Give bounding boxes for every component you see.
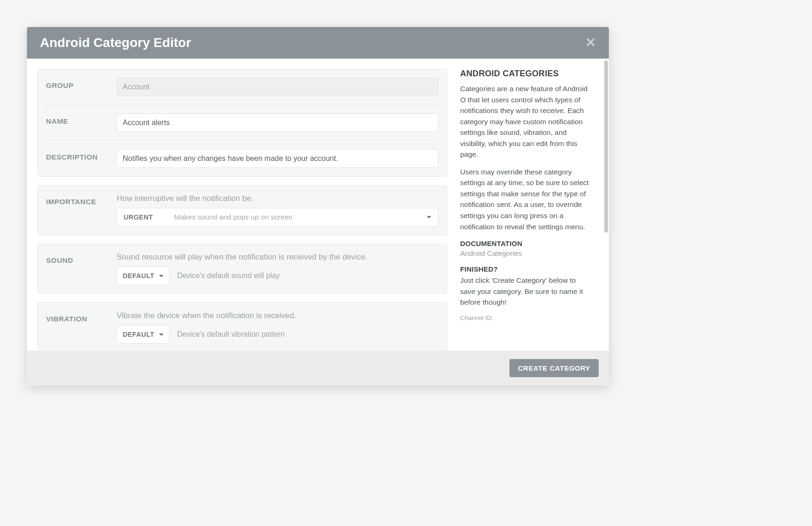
- basic-info-card: GROUP NAME DESCRIPTION: [37, 69, 447, 177]
- importance-desc: Makes sound and pops up on screen: [174, 213, 292, 221]
- importance-card: IMPORTANCE How interruptive will the not…: [37, 185, 447, 235]
- name-label: NAME: [46, 113, 117, 126]
- close-icon[interactable]: ✕: [585, 36, 596, 49]
- form-column: GROUP NAME DESCRIPTION: [27, 59, 456, 351]
- importance-dropdown[interactable]: URGENT Makes sound and pops up on screen: [117, 208, 438, 226]
- chevron-down-icon: [159, 275, 164, 277]
- description-row: DESCRIPTION: [46, 141, 438, 176]
- name-row: NAME: [46, 105, 438, 141]
- vibration-desc: Device's default vibration pattern: [177, 330, 285, 339]
- finished-text: Just click 'Create Category' below to sa…: [460, 275, 591, 308]
- sound-desc: Device's default sound will play: [177, 272, 280, 280]
- vibration-value: DEFAULT: [123, 331, 154, 338]
- vibration-label: VIBRATION: [46, 311, 117, 323]
- vibration-dropdown[interactable]: DEFAULT: [117, 325, 170, 344]
- name-input[interactable]: [117, 113, 438, 132]
- scrollbar-thumb[interactable]: [604, 60, 608, 233]
- group-input[interactable]: [117, 78, 438, 96]
- sound-row: SOUND Sound resource will play when the …: [46, 244, 438, 293]
- documentation-heading: DOCUMENTATION: [460, 240, 591, 247]
- group-row: GROUP: [46, 69, 438, 105]
- importance-value: URGENT: [124, 213, 153, 221]
- sound-card: SOUND Sound resource will play when the …: [37, 244, 447, 294]
- modal-footer: CREATE CATEGORY: [27, 351, 609, 386]
- chevron-down-icon: [427, 216, 431, 219]
- sidebar-column: ANDROID CATEGORIES Categories are a new …: [456, 59, 609, 351]
- vibration-row: VIBRATION Vibrate the device when the no…: [46, 303, 438, 351]
- modal-body: GROUP NAME DESCRIPTION: [27, 59, 609, 351]
- description-label: DESCRIPTION: [46, 149, 117, 161]
- finished-heading: FINISHED?: [460, 265, 591, 273]
- vibration-card: VIBRATION Vibrate the device when the no…: [37, 302, 447, 351]
- importance-row: IMPORTANCE How interruptive will the not…: [46, 186, 438, 235]
- sidebar-heading: ANDROID CATEGORIES: [460, 69, 591, 79]
- sound-value: DEFAULT: [123, 272, 154, 280]
- channel-id-label: Channel ID:: [460, 314, 591, 321]
- chevron-down-icon: [159, 333, 164, 336]
- sound-label: SOUND: [46, 253, 117, 265]
- sound-dropdown[interactable]: DEFAULT: [117, 266, 170, 285]
- documentation-link[interactable]: Android Categories: [460, 249, 522, 257]
- importance-label: IMPORTANCE: [46, 194, 117, 206]
- category-editor-modal: Android Category Editor ✕ GROUP NAME: [27, 27, 609, 386]
- description-input[interactable]: [117, 149, 438, 168]
- create-category-button[interactable]: CREATE CATEGORY: [509, 359, 599, 377]
- sound-helper: Sound resource will play when the notifi…: [117, 253, 438, 262]
- sidebar-paragraph-2: Users may override these category settin…: [460, 166, 591, 232]
- vibration-helper: Vibrate the device when the notification…: [117, 311, 438, 320]
- importance-helper: How interruptive will the notification b…: [117, 194, 438, 203]
- modal-title: Android Category Editor: [40, 35, 191, 50]
- modal-header: Android Category Editor ✕: [27, 27, 609, 59]
- sidebar-paragraph-1: Categories are a new feature of Android …: [460, 83, 591, 160]
- group-label: GROUP: [46, 78, 117, 90]
